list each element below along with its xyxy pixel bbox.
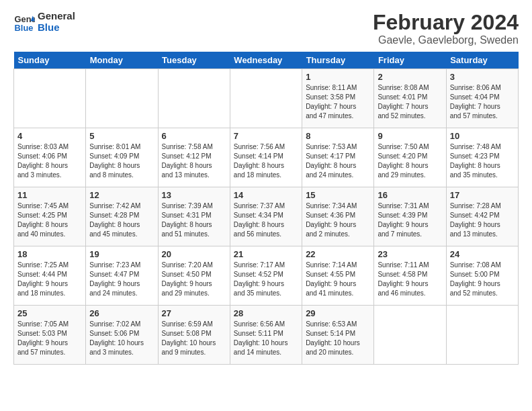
calendar-cell-w2-d6: 9Sunrise: 7:50 AM Sunset: 4:20 PM Daylig… xyxy=(374,128,446,187)
day-number: 22 xyxy=(306,249,370,259)
day-number: 19 xyxy=(89,249,154,259)
day-info: Sunrise: 7:20 AM Sunset: 4:50 PM Dayligh… xyxy=(162,261,226,298)
calendar-cell-w4-d1: 18Sunrise: 7:25 AM Sunset: 4:44 PM Dayli… xyxy=(14,246,86,306)
day-number: 18 xyxy=(17,249,82,259)
day-number: 24 xyxy=(450,249,515,259)
day-number: 14 xyxy=(234,190,298,200)
calendar-cell-w1-d5: 1Sunrise: 8:11 AM Sunset: 3:58 PM Daylig… xyxy=(302,69,374,128)
day-info: Sunrise: 7:17 AM Sunset: 4:52 PM Dayligh… xyxy=(234,261,298,298)
day-info: Sunrise: 8:06 AM Sunset: 4:04 PM Dayligh… xyxy=(450,83,515,121)
calendar-cell-w2-d1: 4Sunrise: 8:03 AM Sunset: 4:06 PM Daylig… xyxy=(14,128,86,187)
day-info: Sunrise: 7:42 AM Sunset: 4:28 PM Dayligh… xyxy=(89,201,154,239)
day-number: 8 xyxy=(306,131,370,141)
day-number: 5 xyxy=(89,131,154,141)
day-number: 3 xyxy=(450,72,515,82)
col-tuesday: Tuesday xyxy=(158,52,230,69)
calendar-cell-w5-d4: 28Sunrise: 6:56 AM Sunset: 5:11 PM Dayli… xyxy=(230,306,302,365)
calendar-week-3: 11Sunrise: 7:45 AM Sunset: 4:25 PM Dayli… xyxy=(14,187,519,246)
calendar-cell-w1-d2 xyxy=(86,69,158,128)
calendar-header-row: Sunday Monday Tuesday Wednesday Thursday… xyxy=(14,52,519,69)
day-number: 21 xyxy=(234,249,298,259)
day-number: 26 xyxy=(89,308,154,318)
logo-icon: General Blue xyxy=(13,11,35,33)
calendar-cell-w5-d3: 27Sunrise: 6:59 AM Sunset: 5:08 PM Dayli… xyxy=(158,306,230,365)
calendar-cell-w4-d2: 19Sunrise: 7:23 AM Sunset: 4:47 PM Dayli… xyxy=(86,246,158,306)
calendar-cell-w3-d2: 12Sunrise: 7:42 AM Sunset: 4:28 PM Dayli… xyxy=(86,187,158,246)
day-info: Sunrise: 8:03 AM Sunset: 4:06 PM Dayligh… xyxy=(17,142,82,180)
calendar-cell-w5-d1: 25Sunrise: 7:05 AM Sunset: 5:03 PM Dayli… xyxy=(14,306,86,365)
day-info: Sunrise: 6:53 AM Sunset: 5:14 PM Dayligh… xyxy=(306,320,370,357)
calendar-cell-w4-d7: 24Sunrise: 7:08 AM Sunset: 5:00 PM Dayli… xyxy=(446,246,518,306)
title-block: February 2024 Gaevle, Gaevleborg, Sweden xyxy=(373,11,519,46)
day-number: 2 xyxy=(378,72,442,82)
logo-blue: Blue xyxy=(38,22,75,34)
day-number: 20 xyxy=(162,249,226,259)
col-monday: Monday xyxy=(86,52,158,69)
calendar-cell-w3-d4: 14Sunrise: 7:37 AM Sunset: 4:34 PM Dayli… xyxy=(230,187,302,246)
day-number: 27 xyxy=(162,308,226,318)
day-info: Sunrise: 7:50 AM Sunset: 4:20 PM Dayligh… xyxy=(378,142,442,180)
day-info: Sunrise: 7:23 AM Sunset: 4:47 PM Dayligh… xyxy=(89,261,154,298)
calendar-week-2: 4Sunrise: 8:03 AM Sunset: 4:06 PM Daylig… xyxy=(14,128,519,187)
day-info: Sunrise: 8:08 AM Sunset: 4:01 PM Dayligh… xyxy=(378,83,442,121)
day-number: 9 xyxy=(378,131,442,141)
day-number: 7 xyxy=(234,131,298,141)
col-wednesday: Wednesday xyxy=(230,52,302,69)
svg-text:Blue: Blue xyxy=(15,22,34,32)
calendar-cell-w3-d6: 16Sunrise: 7:31 AM Sunset: 4:39 PM Dayli… xyxy=(374,187,446,246)
day-info: Sunrise: 7:08 AM Sunset: 5:00 PM Dayligh… xyxy=(450,261,515,298)
header: General Blue General Blue February 2024 … xyxy=(13,11,519,46)
calendar-cell-w2-d7: 10Sunrise: 7:48 AM Sunset: 4:23 PM Dayli… xyxy=(446,128,518,187)
col-friday: Friday xyxy=(374,52,446,69)
calendar-cell-w3-d3: 13Sunrise: 7:39 AM Sunset: 4:31 PM Dayli… xyxy=(158,187,230,246)
calendar-cell-w2-d4: 7Sunrise: 7:56 AM Sunset: 4:14 PM Daylig… xyxy=(230,128,302,187)
calendar-week-4: 18Sunrise: 7:25 AM Sunset: 4:44 PM Dayli… xyxy=(14,246,519,306)
logo: General Blue General Blue xyxy=(13,11,75,33)
location-title: Gaevle, Gaevleborg, Sweden xyxy=(373,34,519,46)
day-number: 23 xyxy=(378,249,442,259)
day-info: Sunrise: 7:48 AM Sunset: 4:23 PM Dayligh… xyxy=(450,142,515,180)
day-info: Sunrise: 6:59 AM Sunset: 5:08 PM Dayligh… xyxy=(162,320,226,357)
calendar-cell-w3-d7: 17Sunrise: 7:28 AM Sunset: 4:42 PM Dayli… xyxy=(446,187,518,246)
calendar-cell-w3-d1: 11Sunrise: 7:45 AM Sunset: 4:25 PM Dayli… xyxy=(14,187,86,246)
col-sunday: Sunday xyxy=(14,52,86,69)
calendar-cell-w5-d6 xyxy=(374,306,446,365)
day-number: 25 xyxy=(17,308,82,318)
calendar-week-5: 25Sunrise: 7:05 AM Sunset: 5:03 PM Dayli… xyxy=(14,306,519,365)
day-number: 28 xyxy=(234,308,298,318)
day-number: 15 xyxy=(306,190,370,200)
day-info: Sunrise: 7:58 AM Sunset: 4:12 PM Dayligh… xyxy=(162,142,226,180)
day-info: Sunrise: 7:25 AM Sunset: 4:44 PM Dayligh… xyxy=(17,261,82,298)
calendar-cell-w1-d3 xyxy=(158,69,230,128)
day-number: 17 xyxy=(450,190,515,200)
day-number: 12 xyxy=(89,190,154,200)
calendar-cell-w2-d2: 5Sunrise: 8:01 AM Sunset: 4:09 PM Daylig… xyxy=(86,128,158,187)
col-saturday: Saturday xyxy=(446,52,518,69)
col-thursday: Thursday xyxy=(302,52,374,69)
day-info: Sunrise: 7:11 AM Sunset: 4:58 PM Dayligh… xyxy=(378,261,442,298)
day-info: Sunrise: 7:39 AM Sunset: 4:31 PM Dayligh… xyxy=(162,201,226,239)
month-title: February 2024 xyxy=(373,11,519,34)
day-number: 11 xyxy=(17,190,82,200)
calendar-cell-w4-d3: 20Sunrise: 7:20 AM Sunset: 4:50 PM Dayli… xyxy=(158,246,230,306)
calendar-cell-w1-d4 xyxy=(230,69,302,128)
day-info: Sunrise: 7:37 AM Sunset: 4:34 PM Dayligh… xyxy=(234,201,298,239)
day-number: 29 xyxy=(306,308,370,318)
calendar-cell-w5-d5: 29Sunrise: 6:53 AM Sunset: 5:14 PM Dayli… xyxy=(302,306,374,365)
calendar-cell-w1-d7: 3Sunrise: 8:06 AM Sunset: 4:04 PM Daylig… xyxy=(446,69,518,128)
day-number: 1 xyxy=(306,72,370,82)
calendar-cell-w2-d5: 8Sunrise: 7:53 AM Sunset: 4:17 PM Daylig… xyxy=(302,128,374,187)
day-number: 4 xyxy=(17,131,82,141)
day-number: 6 xyxy=(162,131,226,141)
day-info: Sunrise: 7:34 AM Sunset: 4:36 PM Dayligh… xyxy=(306,201,370,239)
calendar-table: Sunday Monday Tuesday Wednesday Thursday… xyxy=(13,52,519,365)
day-info: Sunrise: 7:53 AM Sunset: 4:17 PM Dayligh… xyxy=(306,142,370,180)
day-info: Sunrise: 8:01 AM Sunset: 4:09 PM Dayligh… xyxy=(89,142,154,180)
calendar-cell-w5-d2: 26Sunrise: 7:02 AM Sunset: 5:06 PM Dayli… xyxy=(86,306,158,365)
day-info: Sunrise: 6:56 AM Sunset: 5:11 PM Dayligh… xyxy=(234,320,298,357)
day-number: 16 xyxy=(378,190,442,200)
day-info: Sunrise: 7:02 AM Sunset: 5:06 PM Dayligh… xyxy=(89,320,154,357)
calendar-cell-w4-d6: 23Sunrise: 7:11 AM Sunset: 4:58 PM Dayli… xyxy=(374,246,446,306)
day-info: Sunrise: 7:45 AM Sunset: 4:25 PM Dayligh… xyxy=(17,201,82,239)
calendar-cell-w3-d5: 15Sunrise: 7:34 AM Sunset: 4:36 PM Dayli… xyxy=(302,187,374,246)
